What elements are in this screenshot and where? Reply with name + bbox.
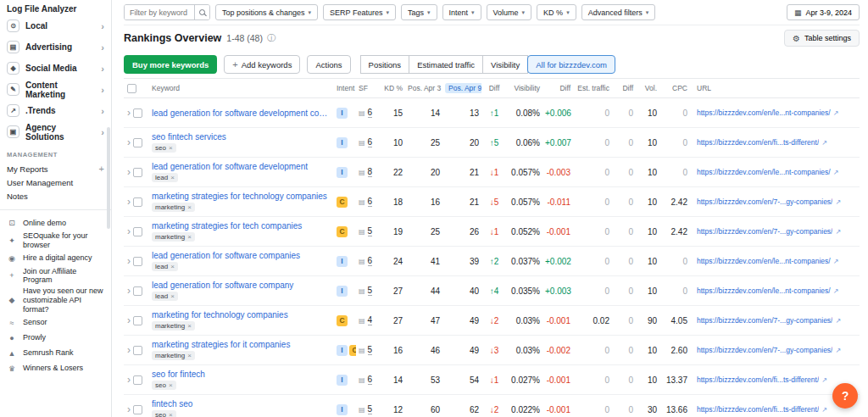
remove-tag-icon[interactable]: × [169,381,173,389]
col-header-est-traffic-diff[interactable]: Diff [612,84,636,92]
keyword-tag[interactable]: lead× [152,173,178,182]
serp-features-count[interactable]: 5 [368,345,373,356]
row-checkbox[interactable] [133,257,142,266]
col-header-keyword[interactable]: Keyword [149,84,334,92]
buy-more-keywords-button[interactable]: Buy more keywords [124,55,217,74]
sidebar-nav-item[interactable]: ◈ Social Media › [0,58,111,79]
remove-tag-icon[interactable]: × [170,292,175,300]
url-link[interactable]: https://bizzzdev.com/en/le...nt-companie… [697,108,831,117]
col-header-visibility[interactable]: Visibility [507,84,542,92]
serp-features-count[interactable]: 5 [368,404,373,415]
remove-tag-icon[interactable]: × [187,352,192,359]
remove-tag-icon[interactable]: × [187,233,192,241]
keyword-link[interactable]: marketing strategies for it companies [152,340,331,349]
serp-features-count[interactable]: 6 [368,197,373,208]
serp-features-count[interactable]: 6 [368,256,373,267]
url-link[interactable]: https://bizzzdev.com/en/le...nt-companie… [697,257,831,265]
url-link[interactable]: https://bizzzdev.com/en/7-...gy-companie… [697,227,832,236]
row-checkbox[interactable] [133,138,142,147]
select-all-checkbox[interactable] [127,84,136,93]
sidebar-nav-item[interactable]: ⊙ Local › [0,15,111,36]
search-icon[interactable] [194,5,209,19]
filter-dropdown[interactable]: SERP Features ▾ [323,4,396,20]
keyword-tag[interactable]: marketing× [152,351,195,360]
serp-features-icon[interactable]: ▤ [359,258,365,265]
col-header-pos-diff[interactable]: Diff [481,84,507,92]
filter-dropdown[interactable]: Top positions & changes ▾ [215,4,318,20]
add-keywords-button[interactable]: + Add keywords [224,55,300,74]
sidebar-extra-item[interactable]: ● Prowly [0,331,111,346]
sidebar-scrollbar[interactable] [107,127,110,229]
sidebar-extra-item[interactable]: ◉ Hire a digital agency [0,251,111,266]
serp-features-count[interactable]: 5 [368,286,373,297]
serp-features-count[interactable]: 5 [368,226,373,237]
external-link-icon[interactable]: ↗ [833,109,839,117]
external-link-icon[interactable]: ↗ [833,258,839,265]
row-expand-chevron[interactable]: › [127,256,131,266]
keyword-tag[interactable]: marketing× [152,203,195,212]
row-expand-chevron[interactable]: › [127,197,131,207]
filter-dropdown[interactable]: Tags ▾ [401,4,437,20]
filter-dropdown[interactable]: KD % ▾ [537,4,576,20]
keyword-tag[interactable]: seo× [152,381,176,390]
keyword-tag[interactable]: seo× [152,410,176,417]
remove-tag-icon[interactable]: × [169,144,173,152]
add-report-icon[interactable]: + [99,164,104,174]
external-link-icon[interactable]: ↗ [835,198,841,206]
keyword-link[interactable]: marketing strategies for technology comp… [152,192,331,201]
row-checkbox[interactable] [133,227,142,236]
serp-features-icon[interactable]: ▤ [359,376,365,384]
sidebar-management-item[interactable]: Notes [0,189,111,203]
keyword-tag[interactable]: marketing× [152,321,195,331]
row-checkbox[interactable] [133,375,142,385]
remove-tag-icon[interactable]: × [187,203,192,211]
keyword-link[interactable]: lead generation for software companies [152,251,331,260]
keyword-filter-input[interactable] [125,5,194,19]
row-checkbox[interactable] [133,168,142,177]
serp-features-icon[interactable]: ▤ [359,109,365,117]
actions-button[interactable]: Actions [307,55,350,74]
col-header-cpc[interactable]: CPC [659,84,690,92]
url-link[interactable]: https://bizzzdev.com/en/7-...gy-companie… [697,316,832,325]
date-range-button[interactable]: ▦ Apr 3-9, 2024 [787,4,860,20]
keyword-tag[interactable]: marketing× [152,232,195,242]
row-checkbox[interactable] [133,346,142,355]
keyword-link[interactable]: lead generation for software development… [152,108,331,118]
col-header-sf[interactable]: SF [356,84,381,92]
serp-features-count[interactable]: 8 [368,167,373,178]
tab-visibility[interactable]: Visibility [482,55,528,74]
row-expand-chevron[interactable]: › [127,345,131,355]
url-link[interactable]: https://bizzzdev.com/en/7-...gy-companie… [697,346,832,354]
serp-features-icon[interactable]: ▤ [359,198,365,206]
sidebar-management-item[interactable]: User Management [0,175,111,189]
external-link-icon[interactable]: ↗ [835,317,841,325]
external-link-icon[interactable]: ↗ [821,376,827,384]
url-link[interactable]: https://bizzzdev.com/en/fi...ts-differen… [697,138,819,147]
col-header-intent[interactable]: Intent [334,84,356,92]
sidebar-extra-item[interactable]: + Join our Affiliate Program [0,266,111,286]
remove-tag-icon[interactable]: × [169,411,173,417]
row-expand-chevron[interactable]: › [127,108,131,118]
sidebar-extra-item[interactable]: ♛ Winners & Losers [0,361,111,376]
sidebar-management-item[interactable]: My Reports + [0,162,111,175]
remove-tag-icon[interactable]: × [170,174,175,181]
external-link-icon[interactable]: ↗ [833,287,839,295]
serp-features-icon[interactable]: ▤ [359,317,365,325]
serp-features-icon[interactable]: ▤ [359,406,365,414]
col-header-pos-apr3[interactable]: Pos. Apr 3 [405,84,442,92]
external-link-icon[interactable]: ↗ [835,347,841,354]
keyword-tag[interactable]: seo× [152,143,176,153]
serp-features-icon[interactable]: ▤ [359,347,365,354]
info-icon[interactable]: ⓘ [267,32,275,44]
col-header-pos-apr9[interactable]: Pos. Apr 9 ↓ [445,83,481,93]
tab-estimated-traffic[interactable]: Estimated traffic [409,55,483,74]
url-link[interactable]: https://bizzzdev.com/en/le...nt-companie… [697,286,831,295]
row-checkbox[interactable] [133,197,142,207]
external-link-icon[interactable]: ↗ [835,228,841,236]
sidebar-extra-item[interactable]: ◆ Have you seen our new customizable API… [0,286,111,314]
col-header-volume[interactable]: Vol. [636,84,659,92]
row-checkbox[interactable] [133,405,142,414]
sidebar-extra-item[interactable]: ✦ SEOquake for your browser [0,231,111,251]
serp-features-icon[interactable]: ▤ [359,228,365,236]
url-link[interactable]: https://bizzzdev.com/en/le...nt-companie… [697,168,831,176]
